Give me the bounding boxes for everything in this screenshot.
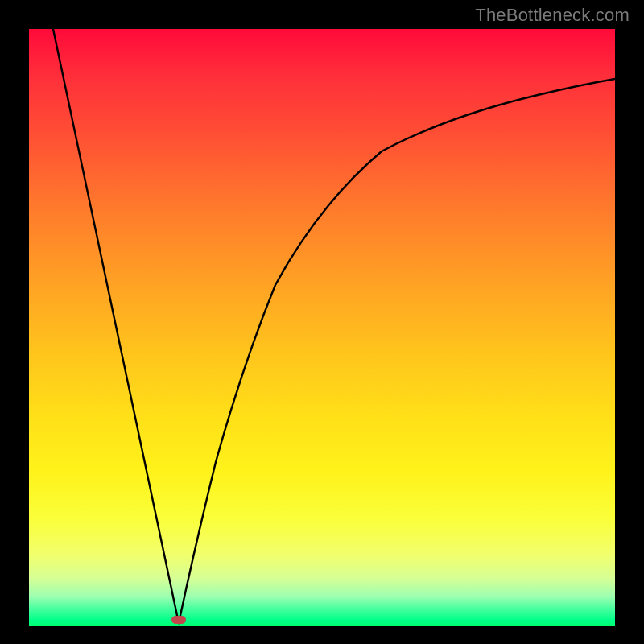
bottleneck-curve bbox=[29, 29, 615, 626]
optimal-point-marker bbox=[171, 616, 186, 624]
plot-area bbox=[29, 29, 615, 626]
watermark-text: TheBottleneck.com bbox=[475, 5, 630, 26]
curve-right-branch bbox=[179, 79, 615, 623]
curve-left-branch bbox=[53, 29, 179, 623]
